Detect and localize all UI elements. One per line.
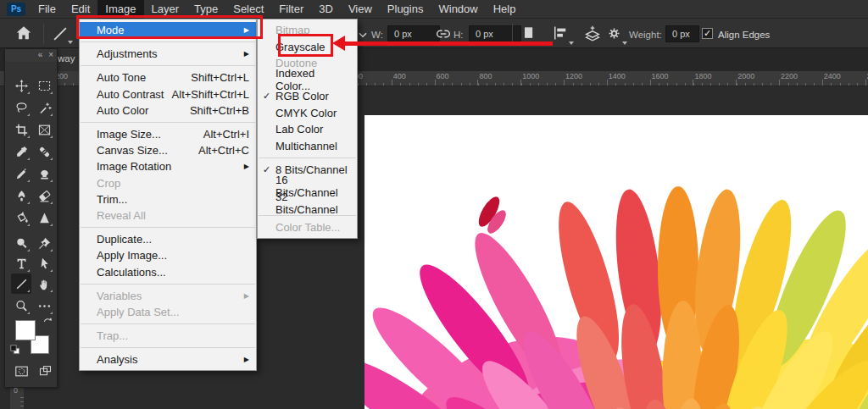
menu-item-image-size[interactable]: Image Size...Alt+Ctrl+I <box>80 126 256 142</box>
history-brush-tool[interactable] <box>11 185 31 206</box>
ruler-label: 800 <box>479 72 492 80</box>
menu-item-variables[interactable]: Variables▶ <box>80 288 256 304</box>
submenu-item-lab-color[interactable]: Lab Color <box>258 121 357 138</box>
gear-caret-icon[interactable] <box>622 41 627 45</box>
menu-item-trim[interactable]: Trim... <box>80 191 256 207</box>
path-alignment-caret-icon[interactable] <box>569 41 574 45</box>
height-input[interactable]: 0 px <box>469 25 521 42</box>
align-edges-label: Align Edges <box>718 30 770 40</box>
image-menu: Mode▶Adjustments▶Auto ToneShift+Ctrl+LAu… <box>79 19 257 371</box>
path-selection-tool[interactable] <box>34 253 54 274</box>
menubar-item-file[interactable]: File <box>31 0 64 19</box>
path-alignment-icon[interactable] <box>552 25 569 41</box>
magic-wand-tool[interactable] <box>34 97 54 118</box>
link-dimensions-icon[interactable] <box>434 25 453 43</box>
menu-shortcut: Alt+Ctrl+I <box>203 128 249 141</box>
menu-item-auto-tone[interactable]: Auto ToneShift+Ctrl+L <box>80 69 256 86</box>
frame-tool[interactable] <box>34 119 54 140</box>
menu-item-reveal-all[interactable]: Reveal All <box>80 207 256 224</box>
tools-panel-header: « × <box>5 49 57 62</box>
menubar-item-view[interactable]: View <box>341 0 380 19</box>
menu-separator <box>81 122 255 123</box>
menu-item-adjustments[interactable]: Adjustments▶ <box>80 46 256 62</box>
menu-shortcut: Alt+Ctrl+C <box>198 144 249 157</box>
menu-item-analysis[interactable]: Analysis▶ <box>80 351 256 368</box>
swap-colors-icon[interactable] <box>42 317 54 332</box>
menu-item-image-rotation[interactable]: Image Rotation▶ <box>80 158 256 174</box>
ruler-label: 2000 <box>737 72 754 80</box>
menu-item-crop[interactable]: Crop <box>80 175 256 191</box>
menubar-item-filter[interactable]: Filter <box>271 0 311 19</box>
path-arrangement-icon[interactable] <box>583 25 602 43</box>
menu-shortcut: Shift+Ctrl+L <box>191 71 249 84</box>
red-arrow-annotation <box>344 41 553 46</box>
home-icon[interactable] <box>14 24 33 42</box>
submenu-arrow-icon: ▶ <box>244 356 249 363</box>
line-tool-preview-icon[interactable] <box>51 25 70 43</box>
ruler-label: 1200 <box>565 72 582 80</box>
menubar-item-3d[interactable]: 3D <box>311 0 341 19</box>
clone-stamp-tool[interactable] <box>34 163 54 184</box>
ruler-label: 2400 <box>824 72 841 80</box>
vertical-ruler: 0 <box>10 385 24 409</box>
menu-separator <box>81 284 255 285</box>
path-operations-icon[interactable] <box>520 25 537 41</box>
ruler-label: 400 <box>393 72 406 80</box>
checkmark-icon: ✓ <box>263 91 270 102</box>
menu-item-calculations[interactable]: Calculations... <box>80 263 256 279</box>
menu-item-apply-data-set[interactable]: Apply Data Set... <box>80 304 256 320</box>
submenu-item-cmyk-color[interactable]: CMYK Color <box>258 105 357 122</box>
menu-item-auto-contrast[interactable]: Auto ContrastAlt+Shift+Ctrl+L <box>80 86 256 102</box>
checkmark-icon: ✓ <box>263 164 270 175</box>
height-label: H: <box>453 30 464 40</box>
paint-bucket-tool[interactable] <box>11 207 31 228</box>
align-edges-checkbox[interactable]: ✓ <box>702 28 713 39</box>
crop-tool[interactable] <box>11 119 31 140</box>
menubar-item-help[interactable]: Help <box>486 0 524 19</box>
ruler-label: 1000 <box>522 72 539 80</box>
default-colors-icon[interactable] <box>9 344 21 359</box>
menu-separator <box>81 41 255 42</box>
submenu-item-multichannel[interactable]: Multichannel <box>258 138 357 155</box>
foreground-color-swatch[interactable] <box>15 320 36 340</box>
eraser-tool[interactable] <box>34 185 54 206</box>
menu-item-canvas-size[interactable]: Canvas Size...Alt+Ctrl+C <box>80 142 256 158</box>
submenu-item-color-table[interactable]: Color Table... <box>258 219 357 236</box>
submenu-item-rgb-color[interactable]: ✓RGB Color <box>258 88 357 105</box>
gear-icon[interactable] <box>605 25 623 42</box>
menu-item-trap[interactable]: Trap... <box>80 328 256 344</box>
submenu-item-32-bits-channel[interactable]: 32 Bits/Channel <box>258 195 357 212</box>
screen-mode-icon[interactable] <box>37 364 53 381</box>
lasso-tool[interactable] <box>11 97 31 118</box>
move-tool[interactable] <box>11 75 31 96</box>
menu-item-apply-image[interactable]: Apply Image... <box>80 247 256 263</box>
dodge-tool[interactable] <box>11 233 31 253</box>
panel-close-icon[interactable]: × <box>48 50 53 59</box>
sharpen-tool[interactable] <box>34 207 54 228</box>
canvas[interactable] <box>364 115 868 409</box>
hand-tool[interactable] <box>34 274 54 294</box>
stroke-options-chevron-icon[interactable] <box>357 29 369 41</box>
eyedropper-tool[interactable] <box>11 141 31 162</box>
panel-collapse-icon[interactable]: « <box>38 50 43 59</box>
line-tool[interactable] <box>11 274 31 294</box>
pen-tool[interactable] <box>34 233 54 253</box>
width-input[interactable]: 0 px <box>387 25 440 42</box>
type-tool[interactable] <box>11 253 31 274</box>
tools-panel: « × <box>4 48 58 388</box>
ellipsis-tool[interactable] <box>34 296 54 316</box>
tool-preset-caret-icon[interactable] <box>68 41 73 44</box>
zoom-tool[interactable] <box>11 296 31 316</box>
menu-item-duplicate[interactable]: Duplicate... <box>80 231 256 247</box>
menubar-item-plugins[interactable]: Plugins <box>380 0 431 19</box>
document-tab[interactable]: way <box>56 48 79 71</box>
healing-brush-tool[interactable] <box>34 141 54 162</box>
submenu-item-indexed-color[interactable]: Indexed Color... <box>258 72 357 89</box>
rectangular-marquee-tool[interactable] <box>34 75 54 96</box>
brush-tool[interactable] <box>11 163 31 184</box>
mode-highlight-box <box>76 15 263 39</box>
quick-mask-icon[interactable] <box>14 364 30 382</box>
weight-input[interactable]: 0 px <box>665 25 699 42</box>
menubar-item-window[interactable]: Window <box>431 0 485 19</box>
menu-item-auto-color[interactable]: Auto ColorShift+Ctrl+B <box>80 102 256 119</box>
